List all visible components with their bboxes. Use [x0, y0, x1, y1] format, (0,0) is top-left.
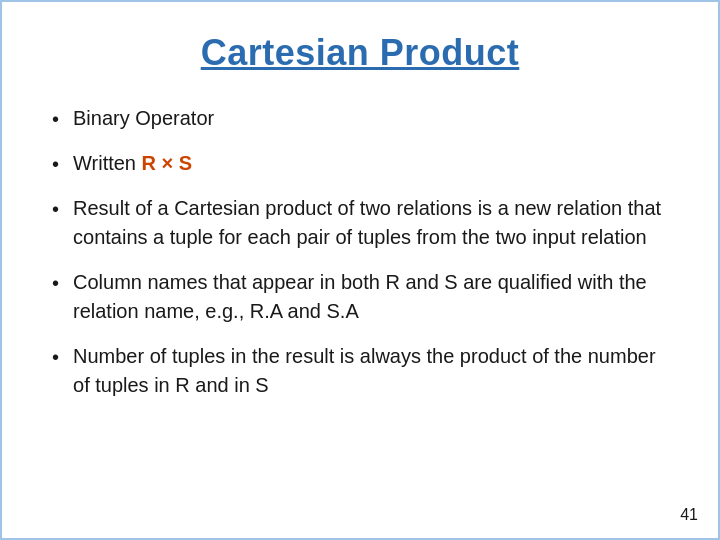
- bullet-text: Column names that appear in both R and S…: [73, 268, 668, 326]
- written-prefix: Written: [73, 152, 142, 174]
- list-item: • Number of tuples in the result is alwa…: [52, 342, 668, 400]
- list-item: • Result of a Cartesian product of two r…: [52, 194, 668, 252]
- list-item: • Binary Operator: [52, 104, 668, 133]
- bullet-text: Number of tuples in the result is always…: [73, 342, 668, 400]
- bullet-dot: •: [52, 343, 59, 371]
- bullet-text: Result of a Cartesian product of two rel…: [73, 194, 668, 252]
- bullet-dot: •: [52, 105, 59, 133]
- slide: Cartesian Product • Binary Operator • Wr…: [0, 0, 720, 540]
- bullet-dot: •: [52, 269, 59, 297]
- bullet-dot: •: [52, 150, 59, 178]
- bullet-text-written: Written R × S: [73, 149, 192, 178]
- slide-title: Cartesian Product: [52, 32, 668, 74]
- bullet-list: • Binary Operator • Written R × S • Resu…: [52, 104, 668, 518]
- bullet-dot: •: [52, 195, 59, 223]
- page-number: 41: [680, 506, 698, 524]
- formula-rxs: R × S: [142, 152, 193, 174]
- list-item: • Written R × S: [52, 149, 668, 178]
- list-item: • Column names that appear in both R and…: [52, 268, 668, 326]
- bullet-text: Binary Operator: [73, 104, 214, 133]
